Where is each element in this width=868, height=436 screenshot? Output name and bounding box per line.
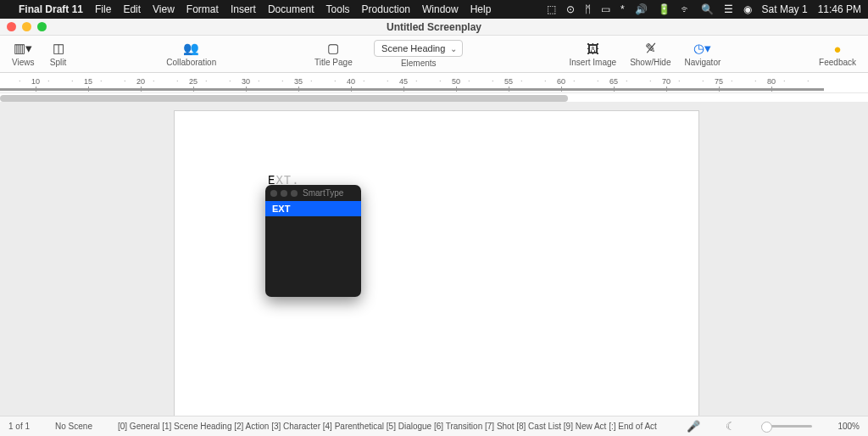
- scene-indicator[interactable]: No Scene: [55, 422, 92, 431]
- ruler-mark: 25: [193, 73, 246, 93]
- menubar-time[interactable]: 11:46 PM: [818, 3, 861, 15]
- zoom-value[interactable]: 100%: [837, 422, 860, 431]
- collaboration-button[interactable]: 👥 Collaboration: [159, 41, 223, 67]
- play-circle-icon[interactable]: ⊙: [566, 3, 575, 15]
- navigator-button[interactable]: ◷▾ Navigator: [677, 41, 727, 67]
- smarttype-header[interactable]: SmartType: [265, 185, 361, 201]
- elements-group: Scene Heading Elements: [359, 40, 478, 68]
- title-page-button[interactable]: ▢ Title Page: [308, 41, 359, 67]
- insert-image-button[interactable]: 🖼 Insert Image: [563, 41, 624, 67]
- menubar-date[interactable]: Sat May 1: [762, 3, 808, 15]
- status-bar: 1 of 1 No Scene [0] General [1] Scene He…: [0, 416, 868, 436]
- zoom-slider[interactable]: [761, 425, 812, 428]
- menu-production[interactable]: Production: [362, 3, 410, 15]
- display-icon[interactable]: ▭: [601, 3, 610, 15]
- ruler-mark: 30: [246, 73, 298, 93]
- views-label: Views: [12, 58, 35, 67]
- feedback-icon: ●: [834, 41, 842, 56]
- ruler-mark: 75: [719, 73, 771, 93]
- views-button[interactable]: ▥▾ Views: [5, 41, 42, 67]
- siri-icon[interactable]: ◉: [743, 3, 752, 15]
- smarttype-item[interactable]: EXT: [265, 201, 361, 216]
- popup-dot-icon: [270, 190, 277, 197]
- ruler-mark: 55: [509, 73, 561, 93]
- ruler-mark: 70: [666, 73, 719, 93]
- horizontal-ruler[interactable]: 5101520253035404550556065707580: [0, 73, 868, 93]
- image-icon: 🖼: [587, 41, 599, 56]
- app-toolbar: ▥▾ Views ◫ Split 👥 Collaboration ▢ Title…: [0, 36, 868, 73]
- menu-document[interactable]: Document: [268, 3, 314, 15]
- smarttype-title: SmartType: [303, 188, 343, 198]
- menu-tools[interactable]: Tools: [326, 3, 350, 15]
- elements-value: Scene Heading: [381, 43, 445, 53]
- bluetooth-icon[interactable]: *: [620, 3, 625, 15]
- smarttype-popup: SmartType EXT: [265, 185, 361, 297]
- menu-help[interactable]: Help: [470, 3, 492, 15]
- navigator-icon: ◷▾: [693, 41, 711, 56]
- dropbox-icon[interactable]: ⬚: [547, 3, 556, 15]
- search-spotlight-icon[interactable]: 🔍: [701, 3, 714, 15]
- elements-dropdown[interactable]: Scene Heading: [374, 40, 463, 57]
- split-icon: ◫: [53, 41, 64, 56]
- menu-edit[interactable]: Edit: [123, 3, 141, 15]
- ruler-mark: 60: [561, 73, 614, 93]
- page-indicator[interactable]: 1 of 1: [8, 422, 30, 431]
- window-titlebar: Untitled Screenplay: [0, 19, 868, 36]
- show-hide-icon: ✎̸: [645, 41, 656, 56]
- menu-window[interactable]: Window: [422, 3, 459, 15]
- feedback-button[interactable]: ● Feedback: [812, 41, 863, 67]
- feedback-label: Feedback: [819, 58, 856, 67]
- collaboration-label: Collaboration: [166, 58, 216, 67]
- battery-icon[interactable]: 🔋: [658, 3, 670, 15]
- navigator-label: Navigator: [684, 58, 721, 67]
- document-area: EXT.: [0, 102, 868, 416]
- elements-label: Elements: [401, 59, 437, 68]
- ruler-mark: 35: [298, 73, 351, 93]
- ruler-mark: 15: [88, 73, 141, 93]
- document-page[interactable]: EXT.: [174, 110, 699, 416]
- ruler-mark: 65: [614, 73, 666, 93]
- window-close-button[interactable]: [7, 22, 16, 31]
- split-button[interactable]: ◫ Split: [42, 41, 75, 67]
- split-label: Split: [50, 58, 66, 67]
- menu-view[interactable]: View: [153, 3, 175, 15]
- dictation-icon[interactable]: 🎤: [687, 420, 700, 433]
- menu-file[interactable]: File: [95, 3, 111, 15]
- views-icon: ▥▾: [14, 41, 32, 56]
- volume-icon[interactable]: 🔊: [635, 3, 648, 15]
- horizontal-scrollbar[interactable]: [0, 95, 568, 102]
- ruler-mark: 5: [0, 73, 36, 93]
- window-traffic-lights: [7, 22, 47, 31]
- wifi-icon[interactable]: ᯤ: [681, 3, 691, 15]
- title-page-label: Title Page: [314, 58, 353, 67]
- popup-dot-icon: [281, 190, 287, 197]
- show-hide-label: Show/Hide: [630, 58, 670, 67]
- insert-image-label: Insert Image: [570, 58, 617, 67]
- menu-insert[interactable]: Insert: [231, 3, 256, 15]
- macos-menubar: Final Draft 11 File Edit View Format Ins…: [0, 0, 868, 19]
- window-minimize-button[interactable]: [22, 22, 31, 31]
- menu-format[interactable]: Format: [186, 3, 219, 15]
- ruler-mark: 50: [456, 73, 509, 93]
- ruler-mark: 80: [771, 73, 824, 93]
- collaboration-icon: 👥: [183, 41, 199, 56]
- window-title: Untitled Screenplay: [387, 21, 481, 33]
- ruler-mark: 10: [36, 73, 88, 93]
- show-hide-button[interactable]: ✎̸ Show/Hide: [623, 41, 677, 67]
- title-page-icon: ▢: [327, 41, 339, 56]
- ruler-mark: 40: [351, 73, 403, 93]
- element-hotkeys-hint: [0] General [1] Scene Heading [2] Action…: [118, 422, 661, 431]
- malware-icon[interactable]: ᛗ: [585, 3, 591, 15]
- ruler-mark: 20: [141, 73, 193, 93]
- app-name-menu[interactable]: Final Draft 11: [19, 3, 83, 15]
- control-center-icon[interactable]: ☰: [724, 3, 733, 15]
- night-mode-icon[interactable]: ☾: [726, 420, 736, 433]
- window-zoom-button[interactable]: [37, 22, 47, 31]
- ruler-mark: 45: [403, 73, 456, 93]
- popup-dot-icon: [291, 190, 298, 197]
